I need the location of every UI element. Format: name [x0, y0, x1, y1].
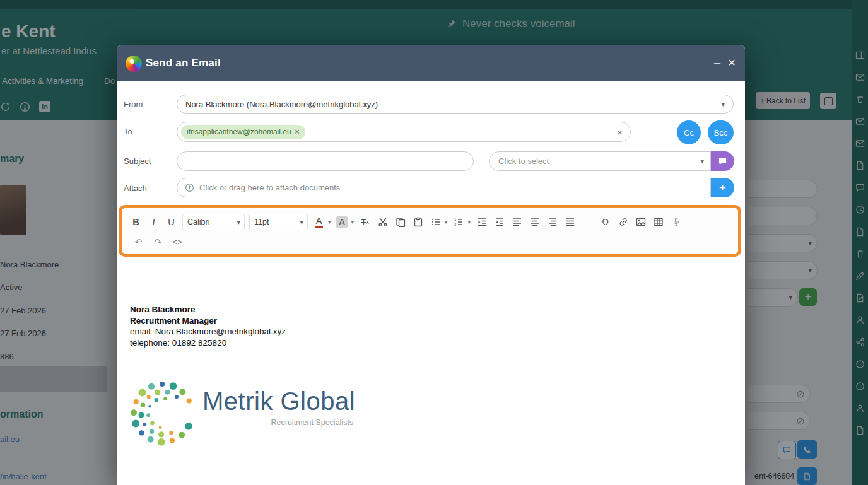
metrik-logo-dots	[128, 377, 199, 448]
bold-button[interactable]: B	[129, 214, 143, 230]
editor-toolbar-row-1: B I U Calibri ▾ 11pt ▾ A ▾ A ▾	[129, 214, 683, 230]
indent-button[interactable]	[475, 214, 488, 230]
minimize-button[interactable]: –	[711, 54, 724, 71]
metrik-global-logo: Metrik Global Recruitment Specialists	[128, 377, 355, 448]
chat-template-icon	[718, 156, 727, 166]
signature-email: email: Nora.Blackmore@metrikglobal.xyz	[130, 326, 286, 337]
font-family-value: Calibri	[187, 218, 209, 226]
logo-wordmark: Metrik Global	[202, 387, 355, 416]
from-select[interactable]: Nora Blackmore (Nora.Blackmore@metrikglo…	[177, 95, 734, 114]
svg-text:1: 1	[454, 218, 456, 221]
align-justify-icon	[565, 217, 575, 227]
undo-button[interactable]: ↶	[132, 235, 145, 250]
bullet-list-icon	[431, 217, 441, 227]
font-family-select[interactable]: Calibri ▾	[182, 214, 245, 230]
template-browse-button[interactable]	[711, 151, 734, 171]
font-size-select[interactable]: 11pt ▾	[249, 214, 308, 230]
template-placeholder: Click to select	[498, 156, 549, 166]
upload-icon	[185, 183, 194, 192]
horizontal-rule-button[interactable]: —	[581, 214, 594, 230]
copy-button[interactable]	[394, 214, 407, 230]
insert-image-button[interactable]	[634, 214, 647, 230]
italic-button[interactable]: I	[147, 214, 160, 230]
email-signature: Nora Blackmore Recruitment Manager email…	[130, 304, 286, 348]
signature-title: Recruitment Manager	[130, 315, 286, 327]
recipient-chip-text: itrisapplicantnew@zohomail.eu	[187, 127, 291, 136]
chevron-down-icon: ▾	[700, 158, 704, 165]
align-justify-button[interactable]	[563, 214, 577, 230]
microphone-icon	[671, 217, 681, 227]
chevron-down-icon: ▾	[300, 219, 303, 226]
modal-header: Send an Email – ×	[117, 45, 745, 81]
redo-button[interactable]: ↷	[151, 235, 165, 250]
bullet-list-button[interactable]	[429, 214, 442, 230]
attach-dropzone[interactable]: Click or drag here to attach documents	[177, 178, 711, 197]
chevron-down-icon[interactable]: ▾	[328, 219, 331, 225]
dictation-button[interactable]	[669, 214, 683, 230]
font-color-button[interactable]: A	[312, 214, 326, 230]
cut-button[interactable]	[376, 214, 389, 230]
insert-link-button[interactable]	[616, 214, 630, 230]
to-label: To	[124, 127, 132, 136]
numbered-list-button[interactable]: 12	[452, 214, 466, 230]
clear-format-button[interactable]: Tx	[358, 214, 372, 230]
clear-recipients-icon[interactable]: ×	[617, 127, 623, 137]
template-select[interactable]: Click to select ▾	[489, 151, 711, 171]
attach-label: Attach	[124, 184, 147, 193]
chevron-down-icon[interactable]: ▾	[468, 219, 471, 225]
recipient-chip[interactable]: itrisapplicantnew@zohomail.eu ×	[181, 125, 305, 139]
font-color-letter: A	[316, 216, 322, 226]
copy-icon	[396, 217, 406, 227]
paste-button[interactable]	[411, 214, 425, 230]
chevron-down-icon[interactable]: ▾	[351, 219, 355, 225]
align-right-icon	[548, 217, 558, 227]
indent-icon	[477, 217, 487, 227]
from-value: Nora Blackmore (Nora.Blackmore@metrikglo…	[185, 100, 378, 109]
modal-title: Send an Email	[146, 57, 221, 69]
chevron-down-icon[interactable]: ▾	[445, 219, 448, 225]
email-body-editor[interactable]: Nora Blackmore Recruitment Manager email…	[124, 260, 736, 485]
code-view-button[interactable]: <>	[171, 235, 184, 250]
send-email-modal: Send an Email – × From Nora Blackmore (N…	[117, 45, 745, 485]
close-icon[interactable]: ×	[724, 54, 739, 71]
align-center-button[interactable]	[528, 214, 541, 230]
subject-label: Subject	[124, 156, 151, 166]
to-input[interactable]: itrisapplicantnew@zohomail.eu × ×	[177, 122, 631, 142]
subject-input[interactable]	[177, 151, 474, 171]
chevron-down-icon: ▾	[237, 219, 240, 226]
font-color-swatch	[315, 226, 323, 228]
paste-icon	[413, 217, 423, 227]
signature-name: Nora Blackmore	[130, 304, 286, 315]
remove-recipient-icon[interactable]: ×	[295, 127, 300, 136]
underline-button[interactable]: U	[165, 214, 178, 230]
from-label: From	[124, 100, 143, 109]
toolbar-highlight-box: B I U Calibri ▾ 11pt ▾ A ▾ A ▾	[119, 205, 741, 257]
attach-add-button[interactable]: +	[711, 178, 734, 197]
highlight-color-button[interactable]: A	[336, 214, 349, 230]
clear-format-x: x	[366, 219, 369, 225]
font-size-value: 11pt	[254, 218, 269, 226]
scissors-icon	[378, 217, 388, 227]
cc-button[interactable]: Cc	[677, 120, 701, 144]
table-icon	[654, 217, 664, 227]
align-left-icon	[512, 217, 522, 227]
editor-toolbar-row-2: ↶ ↷ <>	[132, 235, 184, 250]
image-icon	[636, 217, 646, 227]
numbered-list-icon: 12	[454, 217, 464, 227]
align-left-button[interactable]	[510, 214, 524, 230]
outdent-icon	[495, 217, 505, 227]
zoho-mail-icon	[126, 56, 142, 72]
logo-tagline: Recruitment Specialists	[271, 418, 354, 427]
special-char-button[interactable]: Ω	[599, 214, 612, 230]
svg-text:2: 2	[454, 223, 456, 226]
align-right-button[interactable]	[546, 214, 559, 230]
screen: Never checks voicemail e Kent er at Nett…	[0, 0, 868, 485]
chevron-down-icon: ▾	[721, 101, 725, 108]
bcc-button[interactable]: Bcc	[708, 120, 734, 144]
link-icon	[618, 217, 628, 227]
outdent-button[interactable]	[493, 214, 506, 230]
clear-format-t: T	[361, 218, 366, 227]
insert-table-button[interactable]	[652, 214, 665, 230]
highlight-letter: A	[336, 216, 348, 228]
attach-placeholder: Click or drag here to attach documents	[199, 183, 340, 192]
